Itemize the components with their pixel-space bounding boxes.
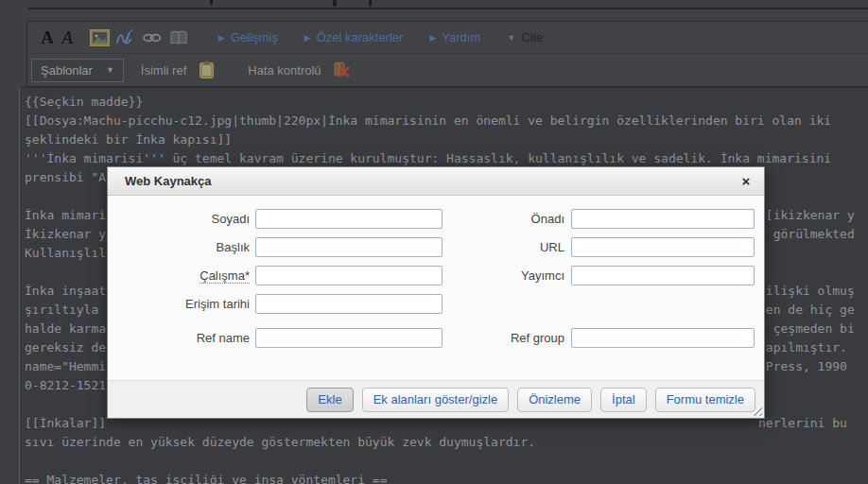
wikitext-fragment: halde karma	[25, 321, 106, 336]
dialog-body: Soyadı Önadı Başlık URL Çalışma* Yayımcı…	[108, 196, 764, 418]
wikitext-fragment: ilişki olmuş	[758, 282, 855, 301]
wikitext-fragment: Kullanışlıl	[25, 246, 106, 260]
cite-section-row: Şablonlar ▼ İsimli ref Hata kontrolü	[27, 54, 868, 86]
wikitext-fragment: a görülmekted	[758, 225, 855, 244]
wikitext-fragment: '''İnka mimarisi''' üç temel kavram üzer…	[25, 151, 831, 165]
image-icon[interactable]	[89, 27, 110, 48]
field-label-yayimci: Yayımcı	[443, 266, 564, 285]
wikieditor-toolbar: A A	[26, 21, 868, 87]
wikitext-fragment: sıvı üzerinde en yüksek düzeyde gösterme…	[25, 435, 535, 449]
wikitext-fragment: şırıltıyla	[25, 302, 106, 317]
wikitext-fragment: 0-8212-1521	[25, 378, 106, 392]
wikitext-fragment: Press, 1990	[758, 357, 847, 376]
heading-rule	[28, 8, 868, 9]
section-label: Cite	[521, 30, 543, 44]
wikitext-fragment: İnka mimari	[25, 208, 106, 222]
calisma-input[interactable]	[255, 266, 443, 285]
wikitext-fragment: İnka inşaat	[25, 284, 106, 298]
chevron-right-icon: ▶	[218, 33, 225, 43]
clear-form-button[interactable]: Formu temizle	[655, 388, 755, 412]
erisim-tarihi-input[interactable]	[255, 294, 443, 314]
chevron-right-icon: ▶	[429, 33, 436, 43]
wikitext-fragment: name="Hemmi	[25, 359, 106, 373]
close-icon[interactable]: ×	[737, 172, 755, 191]
yayimci-input[interactable]	[571, 266, 755, 285]
section-label: Özel karakterler	[317, 30, 404, 44]
wikitext-fragment: gereksiz de	[25, 340, 106, 354]
section-toggle-help[interactable]: ▶ Yardım	[429, 30, 480, 44]
wikitext-line: == Malzemeler, taş işçiliği ve inşa yönt…	[25, 471, 868, 484]
reference-icon[interactable]	[168, 27, 189, 48]
chevron-down-icon: ▼	[507, 33, 515, 43]
wikitext-line	[25, 452, 868, 471]
cite-web-dialog: Web Kaynakça × Soyadı Önadı Başlık URL Ç…	[107, 166, 765, 419]
add-button[interactable]: Ekle	[306, 388, 353, 412]
cancel-button[interactable]: İptal	[600, 388, 647, 412]
wikitext-fragment: İkizkenar ya	[25, 227, 113, 241]
templates-dropdown[interactable]: Şablonlar ▼	[31, 59, 124, 82]
dialog-title: Web Kaynakça	[108, 167, 764, 196]
wikitext-fragment: {{Seçkin madde}}	[25, 95, 143, 109]
dialog-button-pane: Ekle Ek alanları göster/gizle Önizleme İ…	[108, 380, 764, 418]
bold-button[interactable]: A	[37, 27, 58, 48]
url-input[interactable]	[571, 237, 755, 257]
wikitext-line: sıvı üzerinde en yüksek düzeyde gösterme…	[25, 433, 868, 452]
wikitext-fragment: [[İnkalar]]	[25, 416, 106, 430]
wikitext-fragment: zen de hiç ge	[758, 301, 855, 320]
ref-name-input[interactable]	[255, 328, 443, 348]
section-label: Yardım	[442, 30, 480, 44]
wiki-edit-page: A A	[0, 0, 868, 484]
section-toggle-special-chars[interactable]: ▶ Özel karakterler	[304, 30, 404, 44]
wikitext-fragment: prensibi "A	[25, 170, 106, 184]
named-ref-button[interactable]: İsimli ref	[141, 60, 219, 80]
link-icon[interactable]	[142, 27, 163, 48]
wikitext-fragment: [[Dosya:Machu-picchu-c12.jpg|thumb|220px…	[25, 113, 831, 128]
error-check-button[interactable]: Hata kontrolü	[248, 60, 354, 80]
error-check-label: Hata kontrolü	[248, 63, 321, 78]
wikitext-fragment: r çeşmeden bi	[758, 320, 855, 338]
preview-button[interactable]: Önizleme	[517, 388, 592, 412]
wikitext-fragment: == Malzemeler, taş işçiliği ve inşa yönt…	[25, 473, 388, 484]
field-label-erisim-tarihi: Erişim tarihi	[110, 294, 250, 314]
field-label-calisma: Çalışma*	[110, 266, 250, 285]
field-label-url: URL	[443, 237, 564, 257]
field-label-soyadi: Soyadı	[110, 209, 250, 229]
wikitext-fragment: şeklindeki bir İnka kapısı]]	[25, 132, 232, 147]
section-toggle-cite[interactable]: ▼ Cite	[507, 30, 543, 44]
soyadi-input[interactable]	[255, 209, 443, 229]
clipboard-icon	[196, 60, 217, 80]
section-toggle-advanced[interactable]: ▶ Gelişmiş	[218, 30, 278, 44]
templates-dropdown-label: Şablonlar	[41, 63, 93, 78]
named-ref-label: İsimli ref	[141, 63, 186, 78]
onadi-input[interactable]	[571, 209, 755, 229]
chevron-down-icon: ▼	[106, 65, 114, 75]
ref-group-input[interactable]	[571, 328, 755, 348]
dialog-titlebar[interactable]: Web Kaynakça ×	[108, 167, 764, 196]
book-error-icon	[331, 60, 352, 80]
heading-descender	[333, 0, 337, 7]
required-field-label: Çalışma*	[200, 268, 250, 284]
wikitext-fragment: nerlerini bu	[758, 414, 847, 433]
wikitext-line: '''İnka mimarisi''' üç temel kavram üzer…	[25, 149, 868, 168]
field-label-onadi: Önadı	[443, 209, 564, 229]
field-label-ref-name: Ref name	[110, 328, 250, 348]
italic-button[interactable]: A	[58, 27, 77, 48]
wikitext-line: [[Dosya:Machu-picchu-c12.jpg|thumb|220px…	[25, 112, 868, 130]
heading-descender	[369, 0, 372, 7]
toggle-extra-fields-button[interactable]: Ek alanları göster/gizle	[362, 388, 510, 412]
section-label: Gelişmiş	[231, 30, 278, 44]
chevron-right-icon: ▶	[304, 33, 311, 43]
field-label-ref-group: Ref group	[443, 328, 564, 348]
wikitext-line: {{Seçkin madde}}	[25, 93, 868, 112]
wikitext-fragment: [[ikizkenar y	[758, 206, 855, 225]
heading-descender	[210, 0, 213, 5]
signature-icon[interactable]	[115, 27, 136, 48]
wikitext-line: şeklindeki bir İnka kapısı]]	[25, 130, 868, 149]
field-label-baslik: Başlık	[110, 237, 250, 257]
wikitext-fragment: yapılmıştır.	[758, 338, 847, 357]
baslik-input[interactable]	[255, 237, 443, 257]
toolbar-main-row: A A	[27, 22, 868, 54]
clipped-page-heading	[0, 0, 868, 11]
